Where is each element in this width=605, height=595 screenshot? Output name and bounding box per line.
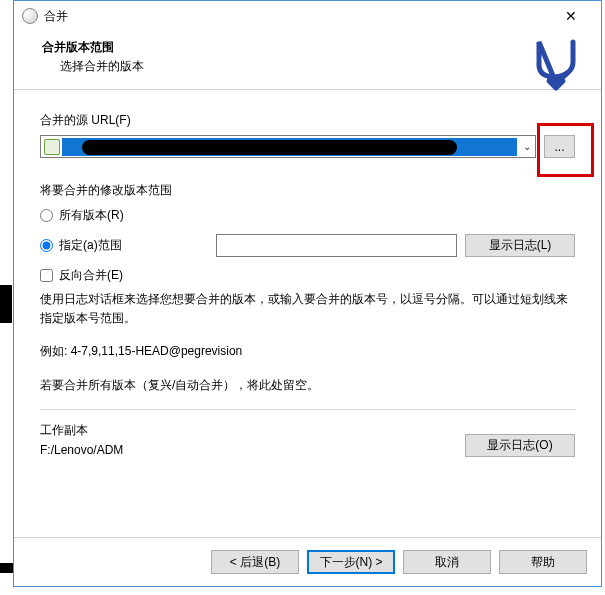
show-log-l-button[interactable]: 显示日志(L) (465, 234, 575, 257)
help-button[interactable]: 帮助 (499, 550, 587, 574)
window-title: 合并 (44, 8, 548, 25)
url-type-icon (44, 139, 60, 155)
help-text-block: 使用日志对话框来选择您想要合并的版本，或输入要合并的版本号，以逗号分隔。可以通过… (40, 290, 575, 395)
close-button[interactable]: ✕ (548, 2, 593, 31)
help-text-3: 若要合并所有版本（复兴/自动合并），将此处留空。 (40, 376, 575, 395)
back-button[interactable]: < 后退(B) (211, 550, 299, 574)
revision-range-input[interactable] (216, 234, 457, 257)
source-url-combo[interactable]: ⌄ (40, 135, 536, 158)
section-divider (40, 409, 575, 410)
revision-section-title: 将要合并的修改版本范围 (40, 182, 575, 199)
source-url-label: 合并的源 URL(F) (40, 112, 575, 129)
show-log-o-button[interactable]: 显示日志(O) (465, 434, 575, 457)
browse-button[interactable]: ... (544, 135, 575, 158)
reverse-merge-label: 反向合并(E) (59, 267, 123, 284)
merge-logo-icon (531, 37, 581, 92)
reverse-merge-checkbox[interactable] (40, 269, 53, 282)
all-revisions-radio[interactable] (40, 209, 53, 222)
wizard-footer: < 后退(B) 下一步(N) > 取消 帮助 (14, 537, 601, 586)
specific-range-radio[interactable] (40, 239, 53, 252)
titlebar: 合并 ✕ (14, 1, 601, 31)
working-copy-label: 工作副本 (40, 422, 123, 439)
next-button[interactable]: 下一步(N) > (307, 550, 395, 574)
header-subtitle: 选择合并的版本 (42, 58, 573, 75)
help-text-1: 使用日志对话框来选择您想要合并的版本，或输入要合并的版本号，以逗号分隔。可以通过… (40, 290, 575, 328)
working-copy-path: F:/Lenovo/ADM (40, 443, 123, 457)
source-url-value (62, 138, 517, 156)
cancel-button[interactable]: 取消 (403, 550, 491, 574)
chevron-down-icon[interactable]: ⌄ (519, 141, 535, 152)
specific-range-label: 指定(a)范围 (59, 237, 122, 254)
header-title: 合并版本范围 (42, 39, 573, 56)
wizard-header: 合并版本范围 选择合并的版本 (14, 31, 601, 90)
all-revisions-label: 所有版本(R) (59, 207, 124, 224)
app-icon (22, 8, 38, 24)
help-text-2: 例如: 4-7,9,11,15-HEAD@pegrevision (40, 342, 575, 361)
